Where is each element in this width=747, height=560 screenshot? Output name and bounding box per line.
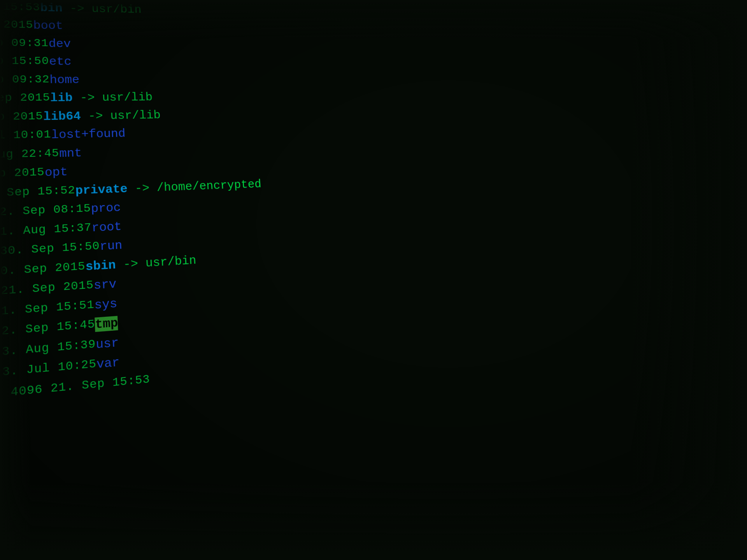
left-col-10: 16. Sep 2015 (0, 163, 45, 186)
terminal-screen: .. Sep 15:53 bin -> usr/bin Sep 2015 boo… (0, 0, 747, 560)
dir-bin: bin -> usr/bin (40, 0, 142, 18)
left-col-8: 96. Jul 10:01 (0, 126, 51, 146)
left-col-5: 19. Sep 09:32 (0, 71, 50, 90)
dir-root: root (91, 217, 122, 237)
dir-sys: sys (94, 294, 117, 315)
fade-right (630, 0, 747, 560)
dir-dotdot: .. (233, 0, 247, 4)
terminal-content: .. Sep 15:53 bin -> usr/bin Sep 2015 boo… (0, 0, 508, 427)
dir-dev: dev (48, 35, 71, 53)
dir-opt: opt (44, 163, 68, 182)
dir-proc: proc (91, 198, 121, 219)
left-col-9: 896. Aug 22:45 (0, 144, 60, 166)
left-col-3: 19. Sep 09:31 (0, 34, 49, 53)
left-col-1: Sep 15:53 (0, 0, 40, 17)
dir-srv: srv (93, 275, 117, 296)
dir-lib64: lib64 -> usr/lib (43, 106, 161, 126)
left-col-2: Sep 2015 (0, 16, 33, 35)
dir-tmp: tmp (95, 313, 119, 335)
dir-usr: usr (95, 333, 119, 355)
dir-lost-found: lost+found (51, 125, 126, 144)
dir-home: home (49, 71, 80, 89)
ls-row-4: 21. Sep 15:50 etc (0, 52, 475, 71)
dir-run: run (100, 236, 123, 256)
dir-boot: boot (33, 17, 63, 35)
left-col-7: 84. Sep 2015 (0, 107, 44, 127)
left-col-6: 30. Sep 2015 (0, 89, 51, 109)
dir-mnt: mnt (59, 144, 82, 163)
dir-etc: etc (49, 53, 72, 70)
dir-lib: lib -> usr/lib (50, 88, 153, 107)
fade-bottom (0, 482, 747, 560)
left-col-4: 21. Sep 15:50 (0, 52, 49, 71)
dir-var: var (96, 353, 120, 374)
